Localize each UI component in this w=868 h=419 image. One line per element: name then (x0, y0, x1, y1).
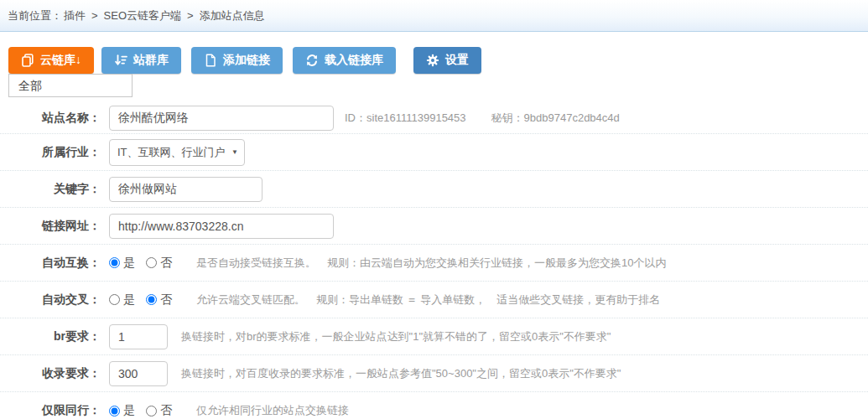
cloud-library-button-label: 云链库↓ (40, 53, 81, 68)
site-id-text: ID：site16111139915453 (345, 111, 466, 126)
same-industry-help: 仅允许相同行业的站点交换链接 (196, 403, 349, 418)
br-require-row: br要求： 换链接时，对br的要求标准，一般企业站点达到"1"就算不错的了，留空… (0, 318, 868, 355)
link-url-label: 链接网址： (0, 219, 109, 234)
keyword-label: 关键字： (0, 182, 109, 197)
auto-cross-yes-radio[interactable] (109, 294, 120, 305)
keyword-row: 关键字： (0, 171, 868, 208)
file-icon (204, 54, 217, 67)
breadcrumb: 当前位置： 插件 > SEO云链客户端 > 添加站点信息 (0, 0, 868, 32)
industry-label: 所属行业： (0, 145, 109, 160)
auto-cross-row: 自动交叉： 是 否 允许云端交叉链匹配。 规则：导出单链数 ＝ 导入单链数， 适… (0, 282, 868, 318)
settings-button-label: 设置 (445, 53, 469, 68)
dropdown-item-all[interactable]: 全部 (9, 75, 132, 96)
sort-desc-icon (114, 54, 127, 67)
add-link-button-label: 添加链接 (223, 53, 270, 68)
breadcrumb-prefix: 当前位置： (8, 8, 62, 23)
refresh-icon (305, 54, 319, 67)
breadcrumb-separator: > (187, 9, 194, 22)
industry-select[interactable]: IT、互联网、行业门户 (109, 139, 245, 166)
same-industry-row: 仅限同行： 是 否 仅允许相同行业的站点交换链接 (0, 392, 868, 419)
collect-require-label: 收录要求： (0, 366, 109, 381)
br-require-input[interactable] (109, 324, 168, 349)
site-group-library-button[interactable]: 站群库 (101, 47, 181, 74)
auto-exchange-label: 自动互换： (0, 256, 109, 271)
br-require-label: br要求： (0, 329, 109, 344)
breadcrumb-item-seo-client[interactable]: SEO云链客户端 (104, 8, 181, 23)
breadcrumb-item-current: 添加站点信息 (200, 8, 265, 23)
link-url-row: 链接网址： (0, 208, 868, 245)
collect-require-row: 收录要求： 换链接时，对百度收录的要求标准，一般站点参考值"50~300"之间，… (0, 355, 868, 392)
site-name-input[interactable] (109, 106, 334, 131)
gear-icon (426, 54, 439, 67)
auto-exchange-yes-radio[interactable] (109, 257, 120, 268)
auto-cross-no-label: 否 (160, 292, 172, 308)
toolbar: 云链库↓ 站群库 添加链接 (8, 47, 868, 74)
load-link-library-button[interactable]: 载入链接库 (293, 47, 396, 74)
same-industry-label: 仅限同行： (0, 403, 109, 418)
cloud-library-dropdown: 全部 (8, 74, 133, 97)
auto-cross-label: 自动交叉： (0, 292, 109, 308)
auto-exchange-help: 是否自动接受链接互换。 规则：由云端自动为您交换相关行业链接，一般最多为您交换1… (196, 256, 666, 271)
breadcrumb-separator: > (91, 9, 98, 22)
auto-exchange-no-label: 否 (160, 256, 172, 271)
same-industry-yes-radio[interactable] (109, 406, 120, 416)
industry-row: 所属行业： IT、互联网、行业门户 ▼ (0, 134, 868, 171)
same-industry-no-radio[interactable] (146, 406, 157, 416)
br-require-help: 换链接时，对br的要求标准，一般企业站点达到"1"就算不错的了，留空或0表示"不… (181, 329, 611, 344)
collect-require-input[interactable] (109, 361, 168, 386)
same-industry-yes-label: 是 (123, 403, 135, 418)
site-name-row: 站点名称： ID：site16111139915453 秘钥：9bdb9747c… (0, 102, 868, 134)
add-link-button[interactable]: 添加链接 (191, 47, 283, 74)
copy-icon (21, 54, 34, 67)
same-industry-no-label: 否 (160, 403, 172, 418)
keyword-input[interactable] (109, 177, 262, 202)
auto-cross-no-radio[interactable] (146, 294, 157, 305)
breadcrumb-item-plugins[interactable]: 插件 (64, 8, 86, 23)
auto-cross-help: 允许云端交叉链匹配。 规则：导出单链数 ＝ 导入单链数， 适当做些交叉链接，更有… (196, 292, 660, 308)
collect-require-help: 换链接时，对百度收录的要求标准，一般站点参考值"50~300"之间，留空或0表示… (181, 366, 621, 381)
auto-exchange-yes-label: 是 (123, 256, 135, 271)
auto-cross-yes-label: 是 (123, 292, 135, 308)
cloud-library-button[interactable]: 云链库↓ (8, 47, 94, 74)
load-link-library-button-label: 载入链接库 (325, 53, 383, 68)
site-name-label: 站点名称： (0, 111, 109, 126)
auto-exchange-no-radio[interactable] (146, 257, 157, 268)
link-url-input[interactable] (109, 214, 334, 239)
site-group-library-button-label: 站群库 (133, 53, 169, 68)
site-secret-text: 秘钥：9bdb9747c2db4c4d (491, 111, 620, 126)
add-site-form: 站点名称： ID：site16111139915453 秘钥：9bdb9747c… (0, 102, 868, 419)
auto-exchange-row: 自动互换： 是 否 是否自动接受链接互换。 规则：由云端自动为您交换相关行业链接… (0, 245, 868, 282)
settings-button[interactable]: 设置 (413, 47, 481, 74)
